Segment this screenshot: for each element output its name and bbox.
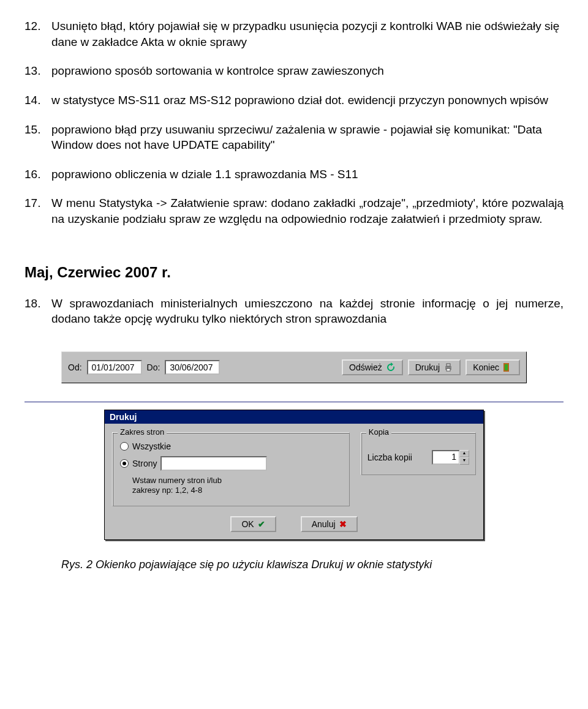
- stats-toolbar: Od: 01/01/2007 Do: 30/06/2007 Odśwież Dr…: [61, 351, 527, 383]
- list-item-text: poprawiono błąd przy usuwaniu sprzeciwu/…: [51, 122, 564, 153]
- pages-input[interactable]: [160, 456, 267, 471]
- list-item: 13.poprawiono sposób sortowania w kontro…: [24, 63, 564, 79]
- cancel-button-label: Anuluj: [312, 519, 336, 529]
- list-item-text: W menu Statystyka -> Załatwienie spraw: …: [51, 195, 564, 227]
- print-button[interactable]: Drukuj: [408, 359, 461, 375]
- list-item-text: W sprawozdaniach ministerialnych umieszc…: [51, 296, 564, 327]
- group-zakres-stron: Zakres stron Wszystkie Strony Wstaw nume…: [112, 432, 350, 506]
- refresh-button[interactable]: Odśwież: [342, 359, 403, 375]
- radio-all-label: Wszystkie: [132, 441, 171, 451]
- svg-rect-4: [505, 364, 508, 370]
- list-item: 14.w statystyce MS-S11 oraz MS-S12 popra…: [24, 92, 564, 108]
- od-label: Od:: [68, 362, 82, 372]
- list-item-text: poprawiono obliczenia w dziale 1.1 spraw…: [51, 167, 564, 182]
- list-item-number: 16.: [24, 167, 51, 182]
- list-item-text: Usunięto błąd, który pojawiał się w przy…: [51, 18, 564, 50]
- list-item-number: 13.: [24, 63, 51, 79]
- list-item-number: 17.: [24, 195, 51, 211]
- list-item: 17.W menu Statystyka -> Załatwienie spra…: [24, 195, 564, 227]
- refresh-icon: [386, 362, 396, 372]
- radio-pages-label: Strony: [132, 459, 157, 468]
- ok-button-label: OK: [241, 519, 254, 529]
- list-18: 18.W sprawozdaniach ministerialnych umie…: [24, 296, 564, 327]
- list-item: 12.Usunięto błąd, który pojawiał się w p…: [24, 18, 564, 50]
- radio-pages-row[interactable]: Strony: [120, 456, 343, 471]
- close-button-label: Koniec: [473, 362, 499, 372]
- print-button-label: Drukuj: [415, 362, 440, 372]
- group-kopia: Kopia Liczba kopii 1 ▲ ▼: [361, 432, 476, 475]
- svg-rect-2: [447, 369, 450, 371]
- list-12-17: 12.Usunięto błąd, który pojawiał się w p…: [24, 18, 564, 227]
- list-item-number: 12.: [24, 18, 51, 34]
- section-heading: Maj, Czerwiec 2007 r.: [24, 264, 564, 281]
- print-dialog: Drukuj Zakres stron Wszystkie Strony Wst…: [104, 410, 484, 540]
- pages-hint-2: zakresy np: 1,2, 4-8: [132, 486, 343, 495]
- copies-input[interactable]: 1: [432, 450, 460, 465]
- cancel-icon: ✖: [339, 519, 347, 529]
- close-button[interactable]: Koniec: [466, 359, 520, 375]
- list-item-text: poprawiono sposób sortowania w kontrolce…: [51, 63, 564, 79]
- ok-button[interactable]: OK ✔: [230, 516, 276, 532]
- radio-pages[interactable]: [120, 459, 129, 468]
- list-item-number: 18.: [24, 296, 51, 312]
- exit-icon: [503, 362, 513, 372]
- zakres-legend: Zakres stron: [118, 427, 167, 437]
- list-item-number: 14.: [24, 92, 51, 108]
- pages-hint-1: Wstaw numery stron i/lub: [132, 476, 343, 486]
- do-input[interactable]: 30/06/2007: [165, 360, 220, 375]
- list-item: 16.poprawiono obliczenia w dziale 1.1 sp…: [24, 167, 564, 182]
- kopia-legend: Kopia: [366, 427, 391, 437]
- list-item: 15.poprawiono błąd przy usuwaniu sprzeci…: [24, 122, 564, 153]
- dialog-title: Drukuj: [105, 410, 483, 424]
- spinner-up-icon[interactable]: ▲: [459, 450, 469, 457]
- svg-rect-1: [447, 364, 450, 366]
- divider: [24, 402, 564, 402]
- list-item-number: 15.: [24, 122, 51, 138]
- radio-all-row[interactable]: Wszystkie: [120, 441, 343, 451]
- list-item: 18.W sprawozdaniach ministerialnych umie…: [24, 296, 564, 327]
- cancel-button[interactable]: Anuluj ✖: [301, 516, 358, 532]
- list-item-text: w statystyce MS-S11 oraz MS-S12 poprawio…: [51, 92, 564, 108]
- od-input[interactable]: 01/01/2007: [87, 360, 142, 375]
- do-label: Do:: [147, 362, 160, 372]
- printer-icon: [443, 362, 453, 372]
- liczba-kopii-label: Liczba kopii: [368, 452, 412, 462]
- figure-caption: Rys. 2 Okienko pojawiające się po użyciu…: [61, 558, 539, 571]
- radio-all[interactable]: [120, 442, 129, 451]
- spinner-down-icon[interactable]: ▼: [459, 457, 469, 465]
- refresh-button-label: Odśwież: [349, 362, 382, 372]
- check-icon: ✔: [258, 519, 265, 529]
- copies-spinner[interactable]: 1 ▲ ▼: [432, 450, 469, 465]
